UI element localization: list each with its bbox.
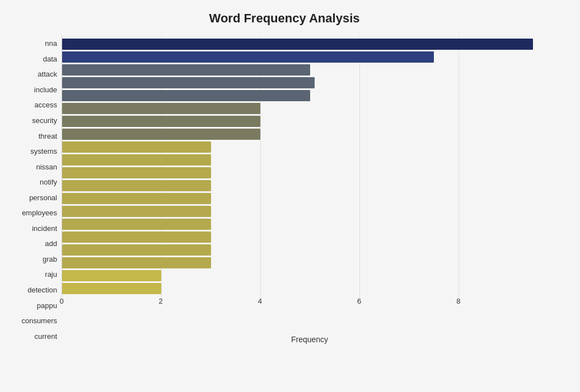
bar-row xyxy=(62,154,558,167)
bar-row xyxy=(62,38,558,51)
bar-row xyxy=(62,205,558,218)
bar xyxy=(62,51,434,63)
x-tick: 0 xyxy=(59,297,63,305)
bar xyxy=(62,154,211,166)
grid-and-bars xyxy=(62,36,558,297)
bar xyxy=(62,180,211,191)
bar xyxy=(62,141,211,153)
y-axis: nnadataattackincludeaccesssecuritythreat… xyxy=(11,36,62,344)
bar-row xyxy=(62,269,558,282)
bar-row xyxy=(62,218,558,230)
y-label: pappu xyxy=(37,297,57,313)
bar xyxy=(62,232,211,243)
bar xyxy=(62,77,315,88)
chart-area: nnadataattackincludeaccesssecuritythreat… xyxy=(11,36,558,344)
bar xyxy=(62,90,310,101)
y-label: incident xyxy=(32,221,57,237)
bar-row xyxy=(62,102,558,115)
y-label: raju xyxy=(45,267,57,282)
y-label: add xyxy=(45,236,57,252)
bar xyxy=(62,283,161,294)
y-label: personal xyxy=(29,190,57,205)
y-label: nissan xyxy=(36,159,57,174)
y-label: threat xyxy=(39,128,57,144)
bar xyxy=(62,257,211,268)
y-label: notify xyxy=(40,174,57,190)
bar xyxy=(62,64,310,75)
y-label: current xyxy=(35,328,57,344)
bar-row xyxy=(62,256,558,269)
bar xyxy=(62,103,260,114)
bar-row xyxy=(62,230,558,243)
y-label: access xyxy=(35,97,57,113)
y-label: include xyxy=(34,82,57,98)
x-tick: 2 xyxy=(159,297,163,305)
x-axis-container: 02468 xyxy=(62,297,558,319)
y-label: detection xyxy=(27,282,57,298)
plot-area: 02468 Frequency xyxy=(62,36,558,344)
y-label: nna xyxy=(45,36,57,51)
bar-row xyxy=(62,115,558,128)
bar xyxy=(62,167,211,178)
y-label: systems xyxy=(30,144,57,159)
chart-title: Word Frequency Analysis xyxy=(11,11,558,26)
chart-container: Word Frequency Analysis nnadataattackinc… xyxy=(0,0,580,392)
bar xyxy=(62,39,533,50)
bar-row xyxy=(62,141,558,154)
x-tick: 8 xyxy=(456,297,460,305)
bar-row xyxy=(62,51,558,64)
y-label: security xyxy=(32,113,57,129)
bar-row xyxy=(62,167,558,180)
bar xyxy=(62,193,211,204)
bar-row xyxy=(62,179,558,192)
bar xyxy=(62,219,211,230)
bar-row xyxy=(62,243,558,256)
bar-row xyxy=(62,282,558,295)
x-axis-title: Frequency xyxy=(62,335,558,344)
bar xyxy=(62,206,211,217)
x-tick: 4 xyxy=(258,297,262,305)
y-label: data xyxy=(43,51,57,67)
bar xyxy=(62,270,161,281)
bar-row xyxy=(62,128,558,141)
bar-row xyxy=(62,192,558,205)
y-label: employees xyxy=(22,205,57,221)
bar-row xyxy=(62,64,558,77)
bar xyxy=(62,116,260,127)
bar-row xyxy=(62,77,558,89)
y-label: consumers xyxy=(21,313,57,329)
bar xyxy=(62,129,260,140)
y-label: grab xyxy=(43,252,57,267)
bar-row xyxy=(62,89,558,102)
y-label: attack xyxy=(38,67,57,82)
bar xyxy=(62,244,211,256)
x-tick: 6 xyxy=(357,297,361,305)
bars-wrapper xyxy=(62,36,558,297)
